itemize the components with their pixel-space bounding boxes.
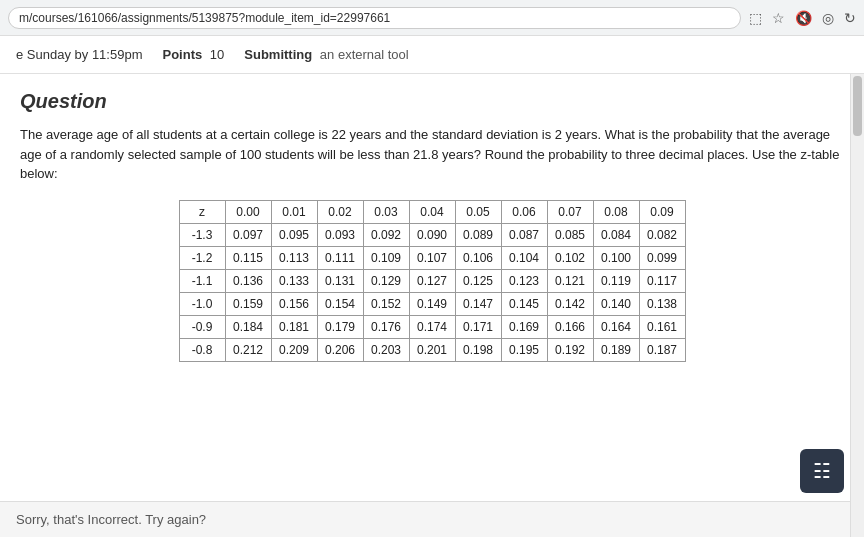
submitting-label: Submitting [244,47,312,62]
probability-cell: 0.104 [501,246,547,269]
probability-cell: 0.149 [409,292,455,315]
submitting-section: Submitting an external tool [244,47,408,62]
probability-cell: 0.195 [501,338,547,361]
probability-cell: 0.201 [409,338,455,361]
probability-cell: 0.179 [317,315,363,338]
table-header-cell: 0.00 [225,200,271,223]
table-row: -0.90.1840.1810.1790.1760.1740.1710.1690… [179,315,685,338]
z-value-cell: -1.3 [179,223,225,246]
table-header-cell: 0.02 [317,200,363,223]
mute-icon[interactable]: 🔇 [795,10,812,26]
probability-cell: 0.184 [225,315,271,338]
probability-cell: 0.109 [363,246,409,269]
probability-cell: 0.115 [225,246,271,269]
probability-cell: 0.121 [547,269,593,292]
probability-cell: 0.156 [271,292,317,315]
ztable-container: z0.000.010.020.030.040.050.060.070.080.0… [20,200,844,362]
probability-cell: 0.138 [639,292,685,315]
probability-cell: 0.192 [547,338,593,361]
probability-cell: 0.084 [593,223,639,246]
table-header-row: z0.000.010.020.030.040.050.060.070.080.0… [179,200,685,223]
probability-cell: 0.085 [547,223,593,246]
probability-cell: 0.203 [363,338,409,361]
main-content: Question The average age of all students… [0,74,864,394]
course-header: e Sunday by 11:59pm Points 10 Submitting… [0,36,864,74]
table-header-cell: 0.04 [409,200,455,223]
probability-cell: 0.147 [455,292,501,315]
url-bar[interactable]: m/courses/161066/assignments/5139875?mod… [8,7,741,29]
probability-cell: 0.166 [547,315,593,338]
probability-cell: 0.129 [363,269,409,292]
chat-icon: ☷ [813,459,831,483]
probability-cell: 0.092 [363,223,409,246]
probability-cell: 0.145 [501,292,547,315]
probability-cell: 0.111 [317,246,363,269]
probability-cell: 0.159 [225,292,271,315]
probability-cell: 0.100 [593,246,639,269]
probability-cell: 0.142 [547,292,593,315]
probability-cell: 0.123 [501,269,547,292]
z-value-cell: -0.9 [179,315,225,338]
probability-cell: 0.087 [501,223,547,246]
probability-cell: 0.095 [271,223,317,246]
points-label: Points [162,47,202,62]
z-value-cell: -1.2 [179,246,225,269]
probability-cell: 0.140 [593,292,639,315]
star-icon[interactable]: ☆ [772,10,785,26]
probability-cell: 0.133 [271,269,317,292]
probability-cell: 0.089 [455,223,501,246]
probability-cell: 0.131 [317,269,363,292]
submitting-value: an external tool [320,47,409,62]
refresh-icon[interactable]: ⬚ [749,10,762,26]
z-table: z0.000.010.020.030.040.050.060.070.080.0… [179,200,686,362]
scrollbar[interactable] [850,74,864,537]
probability-cell: 0.206 [317,338,363,361]
probability-cell: 0.099 [639,246,685,269]
probability-cell: 0.136 [225,269,271,292]
probability-cell: 0.189 [593,338,639,361]
table-header-cell: 0.09 [639,200,685,223]
browser-bar: m/courses/161066/assignments/5139875?mod… [0,0,864,36]
probability-cell: 0.113 [271,246,317,269]
points-value: 10 [210,47,224,62]
probability-cell: 0.187 [639,338,685,361]
probability-cell: 0.107 [409,246,455,269]
probability-cell: 0.209 [271,338,317,361]
probability-cell: 0.212 [225,338,271,361]
table-header-cell: 0.03 [363,200,409,223]
probability-cell: 0.117 [639,269,685,292]
scrollbar-thumb[interactable] [853,76,862,136]
probability-cell: 0.082 [639,223,685,246]
probability-cell: 0.164 [593,315,639,338]
probability-cell: 0.174 [409,315,455,338]
probability-cell: 0.097 [225,223,271,246]
probability-cell: 0.154 [317,292,363,315]
probability-cell: 0.171 [455,315,501,338]
due-date: e Sunday by 11:59pm [16,47,142,62]
menu-icon[interactable]: ↻ [844,10,856,26]
browser-icons: ⬚ ☆ 🔇 ◎ ↻ [749,10,856,26]
points-section: Points 10 [162,47,224,62]
table-header-cell: 0.01 [271,200,317,223]
probability-cell: 0.152 [363,292,409,315]
z-value-cell: -1.1 [179,269,225,292]
z-value-cell: -1.0 [179,292,225,315]
question-text: The average age of all students at a cer… [20,125,840,184]
cast-icon[interactable]: ◎ [822,10,834,26]
probability-cell: 0.106 [455,246,501,269]
table-header-cell: z [179,200,225,223]
table-header-cell: 0.07 [547,200,593,223]
probability-cell: 0.127 [409,269,455,292]
chat-button[interactable]: ☷ [800,449,844,493]
table-row: -0.80.2120.2090.2060.2030.2010.1980.1950… [179,338,685,361]
probability-cell: 0.181 [271,315,317,338]
table-row: -1.00.1590.1560.1540.1520.1490.1470.1450… [179,292,685,315]
probability-cell: 0.102 [547,246,593,269]
question-heading: Question [20,90,844,113]
table-header-cell: 0.08 [593,200,639,223]
table-header-cell: 0.05 [455,200,501,223]
table-row: -1.30.0970.0950.0930.0920.0900.0890.0870… [179,223,685,246]
z-value-cell: -0.8 [179,338,225,361]
probability-cell: 0.090 [409,223,455,246]
probability-cell: 0.161 [639,315,685,338]
